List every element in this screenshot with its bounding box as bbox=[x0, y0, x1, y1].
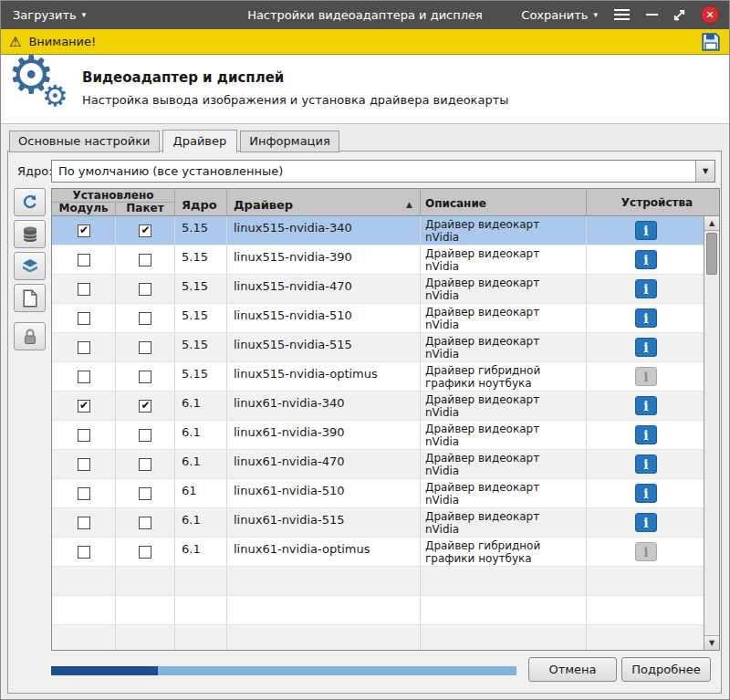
devices-cell: i bbox=[587, 421, 705, 449]
save-file-button[interactable] bbox=[701, 32, 721, 52]
module-checkbox[interactable] bbox=[78, 546, 90, 559]
device-info-button[interactable]: i bbox=[635, 308, 657, 328]
table-row[interactable]: 5.15 linux515-nvidia-470 Драйвер видеока… bbox=[52, 275, 705, 304]
devices-cell: i bbox=[587, 246, 705, 274]
minimize-button[interactable] bbox=[646, 5, 658, 24]
table-row[interactable]: 5.15 linux515-nvidia-optimus Драйвер гиб… bbox=[52, 362, 705, 392]
tab-information[interactable]: Информация bbox=[240, 131, 339, 152]
device-info-button[interactable]: i bbox=[635, 338, 657, 357]
device-info-button[interactable]: i bbox=[635, 542, 657, 561]
package-checkbox[interactable] bbox=[139, 283, 151, 296]
table-row[interactable]: 6.1 linux61-nvidia-390 Драйвер видеокарт… bbox=[52, 421, 705, 450]
table-scrollbar[interactable]: ▲ ▼ bbox=[704, 216, 719, 650]
module-checkbox[interactable] bbox=[78, 283, 90, 296]
device-info-button[interactable]: i bbox=[635, 221, 657, 240]
description-cell: Драйвер видеокарт nVidia bbox=[421, 275, 587, 303]
package-checkbox[interactable] bbox=[139, 341, 151, 354]
device-info-button[interactable]: i bbox=[635, 250, 657, 269]
module-checkbox[interactable] bbox=[78, 517, 90, 529]
chevron-down-icon: ▼ bbox=[703, 167, 708, 175]
table-row[interactable]: 5.15 linux515-nvidia-510 Драйвер видеока… bbox=[52, 304, 705, 333]
document-button[interactable] bbox=[14, 284, 46, 312]
table-row[interactable]: 6.1 linux61-nvidia-optimus Драйвер гибри… bbox=[52, 538, 705, 567]
tab-main-settings[interactable]: Основные настройки bbox=[9, 131, 160, 152]
module-checkbox[interactable] bbox=[78, 341, 90, 354]
module-checkbox[interactable] bbox=[78, 458, 90, 471]
description-cell: Драйвер видеокарт nVidia bbox=[421, 421, 587, 449]
table-row[interactable]: 6.1 linux61-nvidia-340 Драйвер видеокарт… bbox=[52, 392, 705, 421]
hamburger-menu-button[interactable] bbox=[612, 5, 631, 24]
module-checkbox[interactable] bbox=[78, 429, 90, 442]
close-icon: ✕ bbox=[705, 9, 714, 21]
header-package[interactable]: Пакет bbox=[116, 203, 174, 215]
header-devices[interactable]: Устройства bbox=[587, 189, 720, 215]
devices-cell: i bbox=[587, 216, 705, 245]
package-checkbox[interactable] bbox=[139, 458, 151, 471]
package-checkbox[interactable] bbox=[139, 312, 151, 325]
package-cell bbox=[116, 450, 175, 478]
scroll-down-button[interactable]: ▼ bbox=[704, 635, 719, 650]
module-checkbox[interactable] bbox=[78, 312, 90, 325]
device-info-button[interactable]: i bbox=[635, 367, 657, 386]
package-checkbox[interactable] bbox=[139, 371, 151, 383]
module-checkbox[interactable] bbox=[78, 400, 90, 413]
kernel-select[interactable]: По умолчанию (все установленные) ▼ bbox=[51, 160, 715, 183]
device-info-button[interactable]: i bbox=[635, 454, 657, 474]
kernel-cell: 6.1 bbox=[175, 450, 227, 478]
package-checkbox[interactable] bbox=[139, 254, 151, 266]
package-checkbox[interactable] bbox=[139, 400, 151, 413]
combo-dropdown-button[interactable]: ▼ bbox=[695, 161, 714, 182]
package-checkbox[interactable] bbox=[139, 546, 151, 559]
cancel-button[interactable]: Отмена bbox=[528, 657, 617, 682]
description-cell: Драйвер гибридной графики ноутбука bbox=[421, 362, 587, 391]
header-description[interactable]: Описание bbox=[421, 189, 587, 215]
driver-cell: linux515-nvidia-470 bbox=[227, 275, 421, 303]
close-button[interactable]: ✕ bbox=[701, 5, 719, 24]
header-module[interactable]: Модуль bbox=[52, 203, 116, 215]
kernel-cell: 6.1 bbox=[175, 508, 227, 537]
kernel-cell: 6.1 bbox=[175, 538, 227, 566]
header-installed[interactable]: Установлено Модуль Пакет bbox=[52, 189, 175, 215]
header-kernel[interactable]: Ядро bbox=[175, 189, 227, 215]
driver-cell: linux61-nvidia-515 bbox=[227, 508, 421, 537]
layers-button[interactable] bbox=[14, 252, 46, 280]
refresh-button[interactable] bbox=[14, 188, 46, 216]
module-checkbox[interactable] bbox=[78, 225, 90, 237]
table-row[interactable]: 6.1 linux61-nvidia-515 Драйвер видеокарт… bbox=[52, 508, 705, 538]
package-checkbox[interactable] bbox=[139, 429, 151, 442]
package-cell bbox=[116, 275, 175, 303]
tab-driver[interactable]: Драйвер bbox=[162, 130, 238, 153]
package-checkbox[interactable] bbox=[139, 487, 151, 500]
scrollbar-thumb[interactable] bbox=[706, 233, 717, 275]
driver-cell: linux61-nvidia-470 bbox=[227, 450, 421, 478]
kernel-cell bbox=[175, 625, 227, 650]
package-checkbox[interactable] bbox=[139, 225, 151, 237]
warning-bar: ⚠ Внимание! bbox=[0, 29, 730, 55]
scroll-up-button[interactable]: ▲ bbox=[704, 216, 719, 231]
maximize-button[interactable] bbox=[673, 8, 686, 22]
table-row[interactable]: 61 linux61-nvidia-510 Драйвер видеокарт … bbox=[52, 479, 705, 508]
page-title: Видеоадаптер и дисплей bbox=[82, 69, 284, 86]
device-info-button[interactable]: i bbox=[635, 513, 657, 532]
kernel-cell: 5.15 bbox=[175, 362, 227, 391]
table-row[interactable]: 5.15 linux515-nvidia-340 Драйвер видеока… bbox=[52, 216, 705, 246]
table-row[interactable]: 6.1 linux61-nvidia-470 Драйвер видеокарт… bbox=[52, 450, 705, 479]
load-menu-button[interactable]: Загрузить ▾ bbox=[0, 0, 99, 29]
package-checkbox[interactable] bbox=[139, 517, 151, 529]
device-info-button[interactable]: i bbox=[635, 484, 657, 503]
database-button[interactable] bbox=[14, 220, 46, 248]
device-info-button[interactable]: i bbox=[635, 396, 657, 415]
module-checkbox[interactable] bbox=[78, 254, 90, 266]
driver-cell: linux61-nvidia-340 bbox=[227, 392, 421, 420]
details-button[interactable]: Подробнее bbox=[621, 657, 711, 682]
header-driver[interactable]: Драйвер ▲ bbox=[227, 189, 421, 215]
table-row[interactable]: 5.15 linux515-nvidia-515 Драйвер видеока… bbox=[52, 333, 705, 362]
device-info-button[interactable]: i bbox=[635, 279, 657, 298]
device-info-button[interactable]: i bbox=[635, 425, 657, 444]
table-row[interactable]: 5.15 linux515-nvidia-390 Драйвер видеока… bbox=[52, 246, 705, 275]
lock-button[interactable] bbox=[14, 322, 46, 350]
module-checkbox[interactable] bbox=[78, 487, 90, 500]
module-checkbox[interactable] bbox=[78, 371, 90, 383]
save-menu-button[interactable]: Сохранить ▾ bbox=[521, 8, 598, 22]
kernel-cell bbox=[175, 596, 227, 624]
